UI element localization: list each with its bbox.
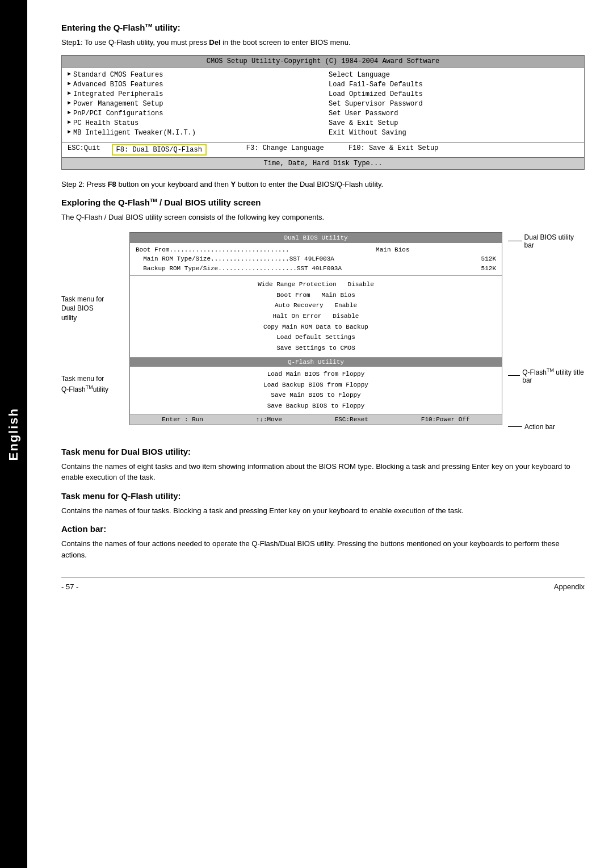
bios-right-item-7: Exit Without Saving	[329, 129, 578, 137]
main-content: Entering the Q-FlashTM utility: Step1: T…	[27, 0, 613, 868]
page-label: Appendix	[554, 582, 585, 591]
annot-label-3: Action bar	[524, 423, 555, 431]
bios-item-4: ► Power Management Setup	[68, 100, 317, 108]
action-f10: F10:Power Off	[421, 416, 470, 423]
section5-desc: Contains the names of four actions neede…	[61, 538, 585, 560]
task-row-5: Copy Main ROM Data to Backup	[147, 322, 485, 333]
bios-screen: CMOS Setup Utility-Copyright (C) 1984-20…	[61, 55, 585, 170]
bios-body: ► Standard CMOS Features ► Advanced BIOS…	[62, 68, 584, 142]
section-action-bar: Action bar: Contains the names of four a…	[61, 524, 585, 560]
bios-right-item-5: Set User Password	[329, 110, 578, 118]
bios-right-item-3: Load Optimized Defaults	[329, 90, 578, 98]
left-label-dual-bios: Task menu for Dual BIOS utility	[61, 295, 124, 323]
dual-bios-diagram: Task menu for Dual BIOS utility Task men…	[61, 232, 585, 435]
bios-arrow-icon: ►	[68, 81, 71, 87]
bios-arrow-icon: ►	[68, 100, 71, 106]
section2-desc: The Q-Flash / Dual BIOS utility screen c…	[61, 212, 585, 223]
bios-item-5: ► PnP/PCI Configurations	[68, 110, 317, 118]
bios-footer-left: ESC:Quit F8: Dual BIOS/Q-Flash	[68, 144, 207, 156]
section1-title: Entering the Q-FlashTM utility:	[61, 23, 585, 32]
bios-item-7: ► MB Intelligent Tweaker(M.I.T.)	[68, 129, 317, 137]
boot-from-row: Boot From...............................…	[136, 245, 496, 255]
left-label-line1: Task menu for	[61, 295, 124, 304]
annot-line-2	[508, 375, 520, 376]
dual-bios-info-section: Boot From...............................…	[130, 243, 502, 276]
task-row-2: Boot From Main Bios	[147, 290, 485, 301]
left-label-qflash-line2: Q-FlashTMutility	[61, 384, 124, 395]
right-annotations: Dual BIOS utility bar Q-FlashTM utility …	[508, 232, 585, 435]
annotation-dual-bios-bar: Dual BIOS utility bar	[508, 233, 585, 249]
qflash-title-bar: Q-Flash Utility	[130, 358, 502, 367]
left-label-qflash: Task menu for Q-FlashTMutility	[61, 374, 124, 395]
section4-desc: Contains the names of four tasks. Blocki…	[61, 505, 585, 517]
bios-arrow-icon: ►	[68, 71, 71, 77]
bios-esc-quit: ESC:Quit	[68, 144, 100, 156]
bios-arrow-icon: ►	[68, 110, 71, 116]
bios-right-item-4: Set Supervisor Password	[329, 100, 578, 108]
left-labels: Task menu for Dual BIOS utility Task men…	[61, 232, 124, 395]
bios-right-col: Select Language Load Fail-Safe Defaults …	[329, 71, 578, 139]
bios-footer-right: F3: Change Language F10: Save & Exit Set…	[246, 144, 438, 156]
action-enter: Enter : Run	[162, 416, 203, 423]
dual-bios-title-bar: Dual BIOS Utility	[130, 233, 502, 243]
qflash-task-2: Load Backup BIOS from Floppy	[147, 380, 485, 391]
bios-item-2: ► Advanced BIOS Features	[68, 81, 317, 89]
page-footer: - 57 - Appendix	[61, 577, 585, 591]
bios-title-bar: CMOS Setup Utility-Copyright (C) 1984-20…	[62, 56, 584, 68]
action-bar: Enter : Run ↑↓:Move ESC:Reset F10:Power …	[130, 414, 502, 425]
task-row-3: Auto Recovery Enable	[147, 300, 485, 311]
section5-title: Action bar:	[61, 524, 585, 534]
bios-arrow-icon: ►	[68, 119, 71, 125]
section-task-qflash: Task menu for Q-Flash utility: Contains …	[61, 491, 585, 517]
side-tab: English	[0, 0, 27, 868]
bios-right-item-6: Save & Exit Setup	[329, 119, 578, 127]
bios-f10-save: F10: Save & Exit Setup	[349, 144, 438, 152]
action-move: ↑↓:Move	[256, 416, 282, 423]
qflash-task-4: Save Backup BIOS to Floppy	[147, 401, 485, 412]
section1-step2: Step 2: Press F8 button on your keyboard…	[61, 179, 585, 190]
left-label-line3: utility	[61, 313, 124, 323]
qflash-tasks-section: Load Main BIOS from Floppy Load Backup B…	[130, 367, 502, 414]
annot-label-1: Dual BIOS utility bar	[524, 233, 585, 249]
bios-left-col: ► Standard CMOS Features ► Advanced BIOS…	[68, 71, 317, 139]
bios-item-3: ► Integrated Peripherals	[68, 90, 317, 98]
annotation-action-bar: Action bar	[508, 423, 585, 431]
bios-f8-highlight: F8: Dual BIOS/Q-Flash	[112, 144, 207, 156]
section-exploring: Exploring the Q-FlashTM / Dual BIOS util…	[61, 198, 585, 435]
section2-title: Exploring the Q-FlashTM / Dual BIOS util…	[61, 198, 585, 207]
task-row-1: Wide Range Protection Disable	[147, 279, 485, 290]
dual-bios-screen: Dual BIOS Utility Boot From.............…	[129, 232, 502, 425]
backup-rom-row: Backup ROM Type/Size....................…	[136, 264, 496, 274]
qflash-task-1: Load Main BIOS from Floppy	[147, 369, 485, 380]
action-esc: ESC:Reset	[335, 416, 368, 423]
side-tab-label: English	[6, 408, 21, 460]
qflash-task-3: Save Main BIOS to Floppy	[147, 390, 485, 401]
bios-arrow-icon: ►	[68, 90, 71, 97]
dual-bios-tasks-section: Wide Range Protection Disable Boot From …	[130, 276, 502, 358]
page-number: - 57 -	[61, 582, 78, 591]
left-label-qflash-line1: Task menu for	[61, 374, 124, 384]
section-task-dual-bios: Task menu for Dual BIOS utility: Contain…	[61, 447, 585, 483]
left-label-line2: Dual BIOS	[61, 304, 124, 313]
task-row-4: Halt On Error Disable	[147, 311, 485, 322]
bios-f3-change: F3: Change Language	[246, 144, 324, 152]
bios-status-bar: Time, Date, Hard Disk Type...	[62, 157, 584, 169]
annot-line-3	[508, 426, 522, 427]
bios-right-item-1: Select Language	[329, 71, 578, 79]
section3-title: Task menu for Dual BIOS utility:	[61, 447, 585, 456]
bios-footer: ESC:Quit F8: Dual BIOS/Q-Flash F3: Chang…	[62, 142, 584, 157]
annot-line-1	[508, 241, 522, 241]
task-row-7: Save Settings to CMOS	[147, 343, 485, 354]
bios-item-1: ► Standard CMOS Features	[68, 71, 317, 79]
section3-desc: Contains the names of eight tasks and tw…	[61, 461, 585, 483]
bios-item-6: ► PC Health Status	[68, 119, 317, 127]
section4-title: Task menu for Q-Flash utility:	[61, 491, 585, 501]
main-rom-row: Main ROM Type/Size.....................S…	[136, 254, 496, 264]
annot-label-2: Q-FlashTM utility title bar	[522, 367, 585, 384]
section1-step1: Step1: To use Q-Flash utility, you must …	[61, 37, 585, 48]
annotation-qflash-title: Q-FlashTM utility title bar	[508, 367, 585, 384]
section-entering-qflash: Entering the Q-FlashTM utility: Step1: T…	[61, 23, 585, 190]
task-row-6: Load Default Settings	[147, 332, 485, 343]
bios-arrow-icon: ►	[68, 129, 71, 135]
bios-right-item-2: Load Fail-Safe Defaults	[329, 81, 578, 89]
